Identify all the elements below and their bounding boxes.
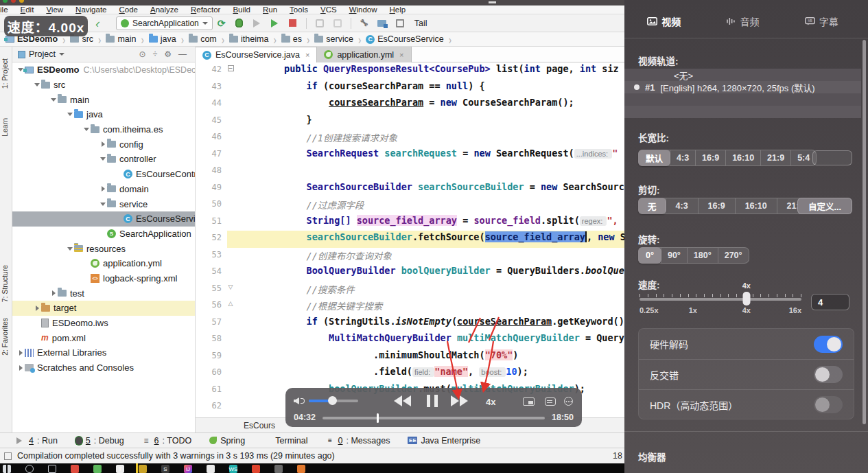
chevron-collapsed-icon[interactable] [99, 141, 107, 147]
taskbar-icon-cmd[interactable] [274, 465, 283, 473]
menu-item-edit[interactable]: Edit [14, 5, 40, 14]
aspect-custom-input[interactable] [812, 150, 852, 165]
editor-tab-application.yml[interactable]: application.yml× [317, 47, 411, 62]
toggle-off[interactable] [814, 396, 843, 413]
fold-marker-icon[interactable]: △ [226, 300, 235, 307]
settings-wrench-icon[interactable]: 🔧︎ [359, 18, 370, 29]
tool-strip-learn[interactable]: Learn [1, 118, 9, 137]
toolwindow-tab-run[interactable]: 4: Run [16, 436, 58, 446]
tree-row-main[interactable]: main [12, 92, 195, 107]
seek-bar[interactable] [322, 417, 545, 419]
project-panel-title[interactable]: Project [29, 49, 56, 59]
aspect-option-默认[interactable]: 默认 [638, 150, 670, 166]
toolwindow-tab-terminal[interactable]: Terminal [263, 436, 307, 446]
speed-value-input[interactable]: 4 [811, 294, 849, 310]
editor-breadcrumb[interactable]: EsCours [244, 421, 275, 430]
menu-item-vcs[interactable]: VCS [314, 5, 343, 14]
menu-item-view[interactable]: View [40, 5, 69, 14]
close-icon[interactable]: × [305, 51, 309, 59]
taskbar-icon-task-view[interactable] [48, 465, 56, 473]
tree-row-escoursecontroller[interactable]: CEsCourseController [12, 167, 195, 182]
tree-row-resources[interactable]: resources [12, 241, 195, 256]
tree-row-test[interactable]: test [12, 286, 195, 301]
seek-knob[interactable] [377, 413, 379, 423]
tab-audio[interactable]: 音频 [726, 14, 759, 28]
breadcrumb-item-itheima[interactable]: itheima [228, 34, 270, 44]
toggle-on[interactable] [814, 336, 843, 353]
breadcrumb-item-service[interactable]: service [313, 34, 355, 44]
tree-row-scratches and consoles[interactable]: Scratches and Consoles [12, 360, 195, 376]
chevron-expanded-icon[interactable] [82, 125, 91, 134]
tree-row-java[interactable]: java [12, 107, 195, 122]
build-project-icon[interactable]: ⌐ [92, 18, 103, 29]
chevron-expanded-icon[interactable] [99, 200, 107, 209]
aspect-option-21:9[interactable]: 21:9 [760, 150, 790, 165]
code-editor[interactable]: 42–public QueryResponseResult<CoursePub>… [196, 62, 624, 432]
menu-item-analyze[interactable]: Analyze [144, 5, 185, 14]
stop-icon[interactable] [288, 18, 298, 29]
run-coverage-icon[interactable] [270, 18, 281, 29]
taskbar-icon-vscode[interactable] [297, 465, 305, 473]
tree-row-esdeomo[interactable]: ESDeomoC:\Users\abc\Desktop\ESDeo [12, 62, 195, 78]
tab-video[interactable]: 视频 [647, 14, 681, 28]
chevron-expanded-icon[interactable] [33, 80, 41, 89]
fold-marker-icon[interactable]: ▽ [226, 284, 235, 290]
chevron-collapsed-icon[interactable] [99, 186, 107, 192]
tool-strip-structure[interactable]: 7: Structure [1, 265, 9, 302]
debug-icon[interactable] [234, 18, 245, 29]
tree-row-config[interactable]: config [12, 137, 195, 152]
toolwindow-tab-debug[interactable]: 5: Debug [75, 436, 124, 446]
crop-option-16:10[interactable]: 16:10 [735, 198, 777, 214]
sidebar-scrollbar[interactable] [863, 40, 866, 424]
taskbar-icon-intellij-idea[interactable]: IJ [184, 465, 192, 473]
toolwindow-toggle-icon[interactable] [4, 452, 12, 460]
menu-item-code[interactable]: Code [113, 5, 145, 14]
taskbar-icon-typora[interactable]: T [116, 465, 124, 473]
fold-marker-icon[interactable]: – [226, 65, 235, 71]
toolwindow-tab-spring[interactable]: Spring [209, 436, 245, 446]
breadcrumb-item-es[interactable]: es [280, 34, 303, 44]
project-structure-icon[interactable] [377, 18, 388, 29]
tree-row-target[interactable]: target [12, 301, 195, 316]
crop-option-16:9[interactable]: 16:9 [698, 198, 735, 214]
tab-subtitle[interactable]: MB 字幕 [805, 14, 838, 28]
tail-label[interactable]: Tail [414, 19, 427, 28]
tree-row-esdeomo.iws[interactable]: ESDeomo.iws [12, 316, 195, 331]
taskbar-icon-anydesk[interactable] [252, 465, 260, 473]
taskbar-icon-webstorm[interactable]: WS [229, 465, 237, 473]
taskbar-icon-notepad[interactable] [207, 465, 215, 473]
tree-row-escourseservice[interactable]: CEsCourseService [12, 211, 195, 227]
chevron-expanded-icon[interactable] [66, 244, 74, 253]
breadcrumb-item-escourseservice[interactable]: CEsCourseService [364, 34, 445, 44]
tree-row-domain[interactable]: domain [12, 182, 195, 197]
volume-slider[interactable] [309, 400, 358, 402]
tool-strip-favorites[interactable]: 2: Favorites [1, 318, 9, 356]
rotate-option-0°[interactable]: 0° [638, 247, 661, 264]
speed-slider[interactable]: 4x [640, 297, 801, 301]
taskbar-icon-sublime[interactable]: S [161, 465, 169, 473]
rotate-option-180°[interactable]: 180° [687, 248, 718, 263]
pause-button[interactable] [427, 395, 438, 407]
hide-panel-icon[interactable]: — [178, 49, 187, 59]
volume-icon[interactable] [294, 397, 299, 404]
menu-item-run[interactable]: Run [257, 5, 283, 14]
chevron-expanded-icon[interactable] [99, 154, 107, 163]
chevron-expanded-icon[interactable] [66, 110, 74, 119]
breadcrumb-item-main[interactable]: main [104, 34, 137, 44]
tree-row-service[interactable]: service [12, 196, 195, 211]
menu-item-file[interactable]: File [0, 5, 14, 14]
taskbar-icon-search[interactable] [25, 465, 34, 473]
aspect-option-4:3[interactable]: 4:3 [670, 150, 695, 165]
toolwindow-tab-todo[interactable]: ≡6: TODO [142, 436, 192, 446]
crop-option-4:3[interactable]: 4:3 [666, 198, 698, 214]
playback-speed-label[interactable]: 4x [486, 397, 495, 407]
rotate-option-270°[interactable]: 270° [718, 248, 749, 263]
crop-option-无[interactable]: 无 [638, 198, 666, 214]
taskbar-icon-evernote[interactable] [93, 465, 102, 473]
tree-row-pom.xml[interactable]: mpom.xml [12, 330, 195, 345]
taskbar-icon-chrome[interactable] [71, 465, 79, 473]
tree-row-src[interactable]: src [12, 78, 195, 93]
toolwindow-tab-messages[interactable]: ≡0: Messages [326, 436, 390, 446]
tree-row-searchapplication[interactable]: SSearchApplication [12, 227, 195, 242]
rewind-button[interactable] [388, 395, 406, 406]
